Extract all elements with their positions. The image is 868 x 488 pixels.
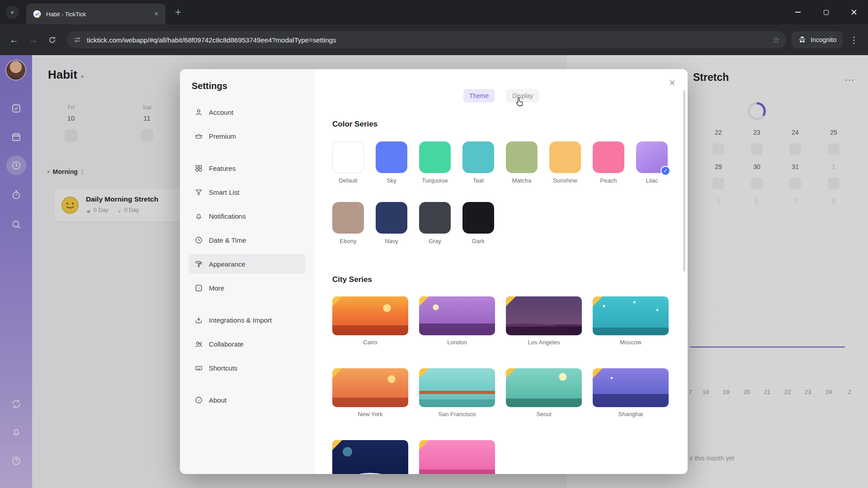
reload-button[interactable] xyxy=(42,30,61,49)
color-swatch: ✓ xyxy=(636,141,668,173)
nav-item-integrations-import[interactable]: Integrations & Import xyxy=(189,310,306,330)
color-label: Navy xyxy=(376,238,407,244)
color-option-dark[interactable]: Dark xyxy=(462,202,494,244)
color-label: Lilac xyxy=(636,177,668,184)
nav-item-collaborate[interactable]: Collaborate xyxy=(189,334,306,354)
more-icon xyxy=(194,284,203,292)
color-option-sunshine[interactable]: Sunshine xyxy=(549,141,581,184)
chevron-down-icon: ▾ xyxy=(11,9,14,16)
url-text: ticktick.com/webapp/#q/all/habit/68f0974… xyxy=(87,36,768,44)
tab-title: Habit - TickTick xyxy=(46,11,152,18)
color-option-teal[interactable]: Teal xyxy=(462,141,494,184)
color-option-gray[interactable]: Gray xyxy=(419,202,451,244)
city-thumbnail xyxy=(332,296,408,335)
color-swatch xyxy=(332,141,364,173)
city-series-heading: City Series xyxy=(332,275,372,284)
new-tab-button[interactable]: + xyxy=(172,6,184,19)
color-option-lilac[interactable]: ✓Lilac xyxy=(636,141,668,184)
active-tab[interactable]: Habit - TickTick × xyxy=(26,4,165,24)
tab-search-button[interactable]: ▾ xyxy=(5,5,19,19)
city-option-seoul[interactable]: Seoul xyxy=(506,368,582,418)
info-icon xyxy=(194,396,203,404)
incognito-badge: Incognito xyxy=(792,31,843,48)
city-thumbnail xyxy=(419,296,495,335)
nav-item-notifications[interactable]: Notifications xyxy=(189,206,306,226)
color-swatch xyxy=(593,141,624,173)
minimize-button[interactable] xyxy=(784,0,812,24)
color-option-ebony[interactable]: Ebony xyxy=(332,202,364,244)
pro-corner-badge-icon xyxy=(506,296,516,306)
city-thumbnail xyxy=(506,296,582,335)
incognito-label: Incognito xyxy=(811,36,836,43)
city-label: Shanghai xyxy=(593,411,669,418)
city-option-san-francisco[interactable]: San Francisco xyxy=(419,368,495,418)
city-option-shanghai[interactable]: Shanghai xyxy=(593,368,669,418)
color-label: Default xyxy=(332,177,364,184)
nav-item-account[interactable]: Account xyxy=(189,102,306,122)
close-window-button[interactable] xyxy=(840,0,868,24)
color-option-sky[interactable]: Sky xyxy=(376,141,407,184)
address-bar[interactable]: ticktick.com/webapp/#q/all/habit/68f0974… xyxy=(67,31,786,48)
browser-toolbar: ← → ticktick.com/webapp/#q/all/habit/68f… xyxy=(0,24,868,55)
nav-item-more[interactable]: More xyxy=(189,278,306,298)
bookmark-star-icon[interactable]: ☆ xyxy=(772,35,780,45)
scrollbar-thumb[interactable] xyxy=(683,90,685,272)
color-option-matcha[interactable]: Matcha xyxy=(506,141,538,184)
city-option-new-york[interactable]: New York xyxy=(332,368,408,418)
browser-menu-button[interactable]: ⋮ xyxy=(844,30,863,49)
pro-corner-badge-icon xyxy=(332,440,342,450)
color-series-heading: Color Series xyxy=(332,120,377,129)
city-option-moscow[interactable]: Moscow xyxy=(593,296,669,346)
nav-item-label: Smart List xyxy=(209,188,240,196)
color-option-peach[interactable]: Peach xyxy=(593,141,624,184)
city-label: Los Angeles xyxy=(506,339,582,346)
city-option-cairo[interactable]: Cairo xyxy=(332,296,408,346)
modal-close-button[interactable]: × xyxy=(666,76,679,89)
settings-tab-display[interactable]: Display xyxy=(506,89,539,103)
color-label: Ebony xyxy=(332,238,364,244)
nav-item-label: Shortcuts xyxy=(209,364,237,372)
color-swatch-grid: DefaultSkyTurquoiseTealMatchaSunshinePea… xyxy=(332,141,668,244)
crown-icon xyxy=(194,132,203,141)
forward-button[interactable]: → xyxy=(24,30,42,49)
back-button[interactable]: ← xyxy=(5,30,24,49)
settings-title: Settings xyxy=(192,81,306,91)
settings-tab-theme[interactable]: Theme xyxy=(463,89,495,103)
city-option-los-angeles[interactable]: Los Angeles xyxy=(506,296,582,346)
city-option-london[interactable]: London xyxy=(419,296,495,346)
nav-item-appearance[interactable]: Appearance xyxy=(189,254,306,274)
city-card-grid: CairoLondonLos AngelesMoscowNew YorkSan … xyxy=(332,296,669,474)
pro-corner-badge-icon xyxy=(593,368,603,378)
nav-item-label: Date & Time xyxy=(209,236,246,244)
city-thumbnail xyxy=(593,296,669,335)
nav-item-label: Premium xyxy=(209,132,236,140)
funnel-icon xyxy=(194,188,203,197)
color-option-navy[interactable]: Navy xyxy=(376,202,407,244)
color-option-default[interactable]: Default xyxy=(332,141,364,184)
city-thumbnail xyxy=(506,368,582,407)
nav-item-smart-list[interactable]: Smart List xyxy=(189,182,306,202)
tab-close-icon[interactable]: × xyxy=(152,9,161,19)
pro-corner-badge-icon xyxy=(419,440,429,450)
nav-item-premium[interactable]: Premium xyxy=(189,126,306,146)
site-info-icon[interactable] xyxy=(73,36,81,44)
nav-item-date-time[interactable]: Date & Time xyxy=(189,230,306,250)
pro-corner-badge-icon xyxy=(419,296,429,306)
city-option-city-9[interactable] xyxy=(419,440,495,474)
color-swatch xyxy=(376,141,407,173)
nav-item-features[interactable]: Features xyxy=(189,158,306,178)
color-swatch xyxy=(506,141,538,173)
city-option-city-8[interactable] xyxy=(332,440,408,474)
city-label: London xyxy=(419,339,495,346)
color-option-turquoise[interactable]: Turquoise xyxy=(419,141,451,184)
nav-item-shortcuts[interactable]: Shortcuts xyxy=(189,358,306,378)
city-label: Moscow xyxy=(593,339,669,346)
color-label: Matcha xyxy=(506,177,538,184)
color-swatch xyxy=(332,202,364,234)
window-controls xyxy=(784,0,868,24)
nav-item-about[interactable]: About xyxy=(189,390,306,410)
color-swatch xyxy=(419,202,451,234)
grid-icon xyxy=(194,164,203,173)
maximize-button[interactable] xyxy=(812,0,840,24)
nav-item-label: More xyxy=(209,284,224,292)
